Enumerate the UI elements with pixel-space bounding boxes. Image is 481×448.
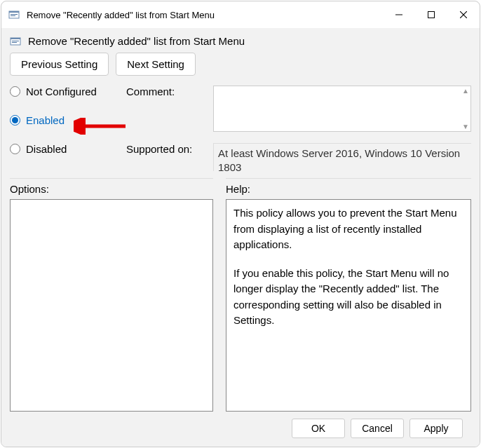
lower-panels: Options: Help: This policy allows you to…	[10, 178, 471, 412]
radio-not-configured[interactable]: Not Configured	[10, 86, 122, 97]
scroll-down-icon[interactable]: ▼	[462, 123, 469, 130]
svg-rect-3	[11, 15, 15, 16]
supported-on-text: At least Windows Server 2016, Windows 10…	[213, 143, 471, 171]
svg-rect-2	[11, 14, 18, 15]
config-grid: Not Configured Comment: ▲ ▼ Enabled Disa…	[10, 86, 471, 171]
maximize-icon	[428, 11, 435, 18]
radio-not-configured-input[interactable]	[10, 86, 20, 97]
gpo-icon	[8, 9, 20, 20]
minimize-icon	[395, 11, 402, 18]
apply-button[interactable]: Apply	[409, 419, 463, 438]
next-setting-button[interactable]: Next Setting	[116, 53, 196, 76]
close-icon	[460, 11, 467, 18]
options-column: Options:	[10, 178, 213, 412]
radio-enabled-label: Enabled	[26, 114, 65, 126]
comment-label: Comment:	[126, 86, 209, 97]
comment-textarea[interactable]: ▲ ▼	[213, 86, 471, 132]
svg-rect-9	[11, 38, 20, 39]
scroll-up-icon[interactable]: ▲	[462, 87, 469, 95]
cancel-button[interactable]: Cancel	[351, 419, 404, 438]
radio-disabled[interactable]: Disabled	[10, 143, 122, 155]
previous-setting-button[interactable]: Previous Setting	[10, 53, 109, 76]
policy-title: Remove "Recently added" list from Start …	[28, 35, 245, 47]
window-title: Remove "Recently added" list from Start …	[27, 10, 383, 20]
radio-not-configured-label: Not Configured	[26, 86, 97, 97]
minimize-button[interactable]	[383, 1, 415, 28]
titlebar: Remove "Recently added" list from Start …	[1, 1, 480, 28]
svg-rect-5	[428, 12, 435, 18]
nav-row: Previous Setting Next Setting	[10, 53, 471, 76]
radio-enabled[interactable]: Enabled	[10, 114, 122, 126]
maximize-button[interactable]	[415, 1, 447, 28]
svg-rect-10	[12, 41, 19, 41]
gpo-icon	[10, 36, 21, 47]
policy-header: Remove "Recently added" list from Start …	[10, 35, 471, 47]
help-panel: This policy allows you to prevent the St…	[226, 199, 471, 412]
policy-dialog: Remove "Recently added" list from Start …	[1, 1, 480, 447]
help-label: Help:	[226, 178, 471, 195]
help-column: Help: This policy allows you to prevent …	[226, 178, 471, 412]
footer-buttons: OK Cancel Apply	[10, 412, 471, 447]
ok-button[interactable]: OK	[292, 419, 345, 438]
supported-on-label: Supported on:	[126, 143, 209, 155]
close-button[interactable]	[447, 1, 480, 28]
help-paragraph-2: If you enable this policy, the Start Men…	[233, 266, 463, 329]
window-buttons	[383, 1, 480, 28]
options-label: Options:	[10, 178, 213, 195]
options-panel	[10, 199, 213, 412]
radio-disabled-label: Disabled	[26, 143, 67, 155]
radio-enabled-input[interactable]	[10, 115, 20, 125]
svg-rect-11	[12, 42, 17, 43]
content-area: Remove "Recently added" list from Start …	[1, 28, 480, 447]
help-paragraph-1: This policy allows you to prevent the St…	[233, 205, 463, 253]
radio-disabled-input[interactable]	[10, 144, 20, 154]
svg-rect-1	[9, 11, 19, 13]
